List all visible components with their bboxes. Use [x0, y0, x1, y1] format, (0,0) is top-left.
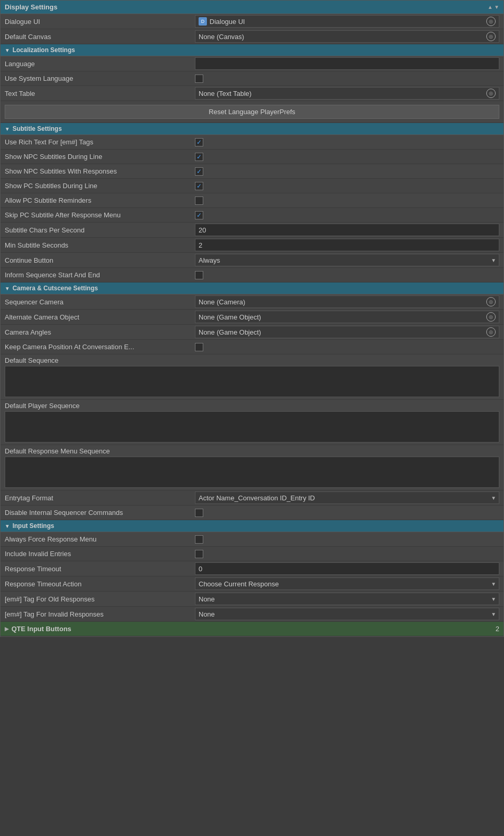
text-table-label: Text Table	[5, 90, 195, 97]
continue-button-value: Always Never Optional NotBeforeResponseM…	[195, 254, 499, 266]
sequencer-camera-select[interactable]: None (Camera) ◎	[195, 296, 499, 308]
entrytag-format-select-wrapper: Actor Name_Conversation ID_Entry ID Acto…	[195, 491, 499, 504]
subtitle-settings-header[interactable]: ▼ Subtitle Settings	[1, 123, 503, 134]
sequencer-camera-row: Sequencer Camera None (Camera) ◎	[1, 294, 503, 310]
text-table-select[interactable]: None (Text Table) ◎	[195, 87, 499, 100]
subtitle-chars-per-second-value	[195, 224, 499, 236]
default-player-sequence-textarea[interactable]	[5, 411, 499, 442]
response-timeout-action-select[interactable]: Choose Current Response Choose First Res…	[195, 577, 499, 590]
min-subtitle-seconds-row: Min Subtitle Seconds	[1, 238, 503, 253]
skip-pc-subtitle-checkbox[interactable]: ✓	[195, 211, 203, 219]
inform-sequence-start-end-checkbox[interactable]	[195, 271, 203, 279]
include-invalid-entries-label: Include Invalid Entries	[5, 550, 195, 558]
use-system-language-checkbox[interactable]	[195, 75, 203, 83]
always-force-response-menu-row: Always Force Response Menu	[1, 532, 503, 547]
em-tag-invalid-responses-row: [em#] Tag For Invalid Responses None ▼	[1, 607, 503, 622]
input-settings-header[interactable]: ▼ Input Settings	[1, 520, 503, 532]
input-settings-rows: Always Force Response Menu Include Inval…	[1, 532, 503, 636]
allow-pc-subtitle-reminders-value	[195, 196, 499, 205]
show-pc-subtitles-during-line-checkbox[interactable]: ✓	[195, 182, 203, 190]
em-tag-old-responses-row: [em#] Tag For Old Responses None ▼	[1, 592, 503, 607]
default-sequence-textarea[interactable]	[5, 366, 499, 397]
dialogue-ui-circle-btn[interactable]: ◎	[486, 17, 496, 26]
sequencer-camera-circle-btn[interactable]: ◎	[486, 297, 496, 306]
subtitle-chars-per-second-input[interactable]	[195, 224, 499, 236]
localization-settings-title: Localization Settings	[13, 46, 75, 54]
skip-pc-subtitle-label: Skip PC Subtitle After Response Menu	[5, 211, 195, 219]
em-tag-old-responses-select[interactable]: None	[195, 593, 499, 605]
em-tag-invalid-responses-value: None ▼	[195, 608, 499, 620]
em-tag-invalid-responses-select-wrapper: None ▼	[195, 608, 499, 620]
response-timeout-action-row: Response Timeout Action Choose Current R…	[1, 576, 503, 592]
input-settings-title: Input Settings	[13, 522, 54, 530]
alternate-camera-row: Alternate Camera Object None (Game Objec…	[1, 310, 503, 325]
show-pc-subtitles-during-line-row: Show PC Subtitles During Line ✓	[1, 179, 503, 193]
use-rich-text-checkbox[interactable]: ✓	[195, 138, 203, 146]
show-npc-subtitles-during-line-row: Show NPC Subtitles During Line ✓	[1, 150, 503, 164]
use-rich-text-value: ✓	[195, 138, 499, 146]
default-canvas-object-select[interactable]: None (Canvas) ◎	[195, 30, 499, 43]
camera-angles-value: None (Game Object) ◎	[195, 326, 499, 338]
text-table-circle-btn[interactable]: ◎	[486, 89, 496, 98]
show-npc-subtitles-during-line-label: Show NPC Subtitles During Line	[5, 153, 195, 161]
reset-language-button[interactable]: Reset Language PlayerPrefs	[5, 105, 499, 119]
display-settings-header[interactable]: Display Settings ▲ ▼	[1, 1, 503, 14]
settings-panel: Display Settings ▲ ▼ Dialogue UI D Dialo…	[0, 0, 504, 637]
display-settings-rows: Dialogue UI D Dialogue UI ◎ Default Canv…	[1, 14, 503, 44]
include-invalid-entries-value	[195, 550, 499, 558]
alternate-camera-select[interactable]: None (Game Object) ◎	[195, 311, 499, 323]
camera-angles-text: None (Game Object)	[199, 328, 484, 336]
subtitle-settings-title: Subtitle Settings	[13, 125, 62, 132]
language-value	[195, 57, 499, 70]
camera-settings-header[interactable]: ▼ Camera & Cutscene Settings	[1, 282, 503, 294]
default-canvas-circle-btn[interactable]: ◎	[486, 32, 496, 41]
camera-angles-select[interactable]: None (Game Object) ◎	[195, 326, 499, 338]
response-timeout-action-label: Response Timeout Action	[5, 580, 195, 588]
always-force-response-menu-label: Always Force Response Menu	[5, 535, 195, 543]
sequencer-camera-label: Sequencer Camera	[5, 298, 195, 306]
entrytag-format-select[interactable]: Actor Name_Conversation ID_Entry ID Acto…	[195, 491, 499, 504]
show-pc-subtitles-during-line-label: Show PC Subtitles During Line	[5, 182, 195, 190]
dialogue-ui-row: Dialogue UI D Dialogue UI ◎	[1, 14, 503, 29]
display-settings-arrow: ▲ ▼	[487, 4, 499, 10]
show-npc-subtitles-with-responses-value: ✓	[195, 167, 499, 176]
allow-pc-subtitle-reminders-label: Allow PC Subtitle Reminders	[5, 196, 195, 204]
allow-pc-subtitle-reminders-checkbox[interactable]	[195, 196, 203, 205]
skip-pc-subtitle-row: Skip PC Subtitle After Response Menu ✓	[1, 208, 503, 223]
use-system-language-label: Use System Language	[5, 75, 195, 82]
keep-camera-position-row: Keep Camera Position At Conversation E..…	[1, 340, 503, 354]
alternate-camera-label: Alternate Camera Object	[5, 313, 195, 321]
always-force-response-menu-checkbox[interactable]	[195, 535, 203, 544]
sequencer-camera-text: None (Camera)	[199, 298, 484, 306]
default-canvas-label: Default Canvas	[5, 33, 195, 41]
language-input[interactable]	[195, 57, 499, 70]
qte-triangle: ▶	[5, 626, 9, 632]
response-timeout-input[interactable]	[195, 562, 499, 575]
reset-language-row: Reset Language PlayerPrefs	[1, 101, 503, 123]
default-canvas-value: None (Canvas) ◎	[195, 30, 499, 43]
dialogue-ui-object-select[interactable]: D Dialogue UI ◎	[195, 15, 499, 28]
disable-internal-sequencer-checkbox[interactable]	[195, 509, 203, 517]
alternate-camera-circle-btn[interactable]: ◎	[486, 312, 496, 322]
show-npc-subtitles-during-line-checkbox[interactable]: ✓	[195, 153, 203, 161]
camera-triangle: ▼	[5, 286, 10, 291]
default-response-menu-sequence-textarea[interactable]	[5, 457, 499, 488]
localization-settings-header[interactable]: ▼ Localization Settings	[1, 44, 503, 56]
inform-sequence-start-end-label: Inform Sequence Start And End	[5, 271, 195, 279]
dialogue-ui-label: Dialogue UI	[5, 18, 195, 26]
min-subtitle-seconds-input[interactable]	[195, 239, 499, 251]
camera-angles-circle-btn[interactable]: ◎	[486, 327, 496, 337]
default-canvas-text: None (Canvas)	[199, 33, 484, 41]
show-npc-subtitles-with-responses-checkbox[interactable]: ✓	[195, 167, 203, 176]
camera-settings-rows: Sequencer Camera None (Camera) ◎ Alterna…	[1, 294, 503, 520]
keep-camera-position-checkbox[interactable]	[195, 343, 203, 351]
keep-camera-position-value	[195, 343, 499, 351]
continue-button-select[interactable]: Always Never Optional NotBeforeResponseM…	[195, 254, 499, 266]
default-canvas-row: Default Canvas None (Canvas) ◎	[1, 29, 503, 44]
response-timeout-label: Response Timeout	[5, 565, 195, 573]
default-response-menu-sequence-label: Default Response Menu Sequence	[5, 447, 499, 455]
dialogue-ui-text: Dialogue UI	[210, 18, 484, 26]
em-tag-invalid-responses-select[interactable]: None	[195, 608, 499, 620]
always-force-response-menu-value	[195, 535, 499, 544]
include-invalid-entries-checkbox[interactable]	[195, 550, 203, 558]
